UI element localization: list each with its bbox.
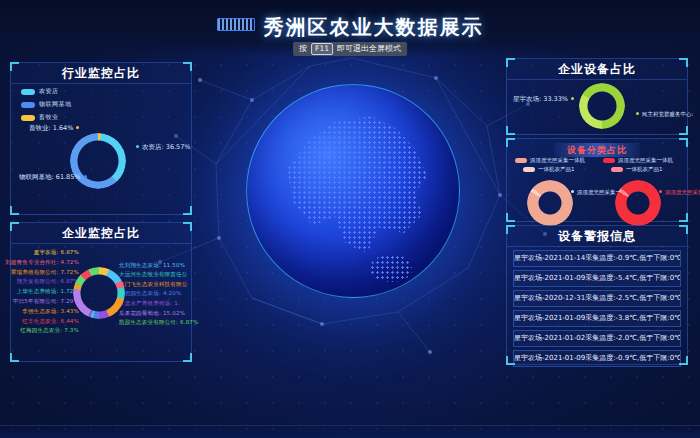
- callout-text: 温湿度光照采集一: [577, 189, 621, 195]
- legend-item[interactable]: 一体机农产品1: [523, 166, 575, 173]
- chart-label: 家瑞养殖有限公司: 7.72%: [11, 269, 79, 276]
- chart-label: 中日5年有限公司: 7.29%: [13, 298, 79, 305]
- alarm-row: 星宇农场-2021-01-02采集温度:-2.0℃,低于下限:0℃: [513, 330, 681, 347]
- donut-callout: 星宇农场: 33.33%: [513, 95, 577, 104]
- legend-label: 一体机农产品1: [538, 166, 575, 173]
- legend-swatch: [523, 167, 535, 172]
- legend-item[interactable]: 一体机农产品1: [611, 166, 663, 173]
- chart-label: 凯甜生态农业有限公司: 6.87%: [119, 319, 198, 326]
- header-bar: 秀洲区农业大数据展示 按 F11 即可退出全屏模式: [0, 0, 700, 56]
- equipment-panel-title: 企业设备占比: [507, 59, 687, 80]
- donut-callout: 温湿度光照采集一: [571, 189, 621, 196]
- alarm-row: 星宇农场-2021-01-14采集温度:-0.9℃,低于下限:0℃: [513, 250, 681, 267]
- enterprise-labels-right: 北刘翔生态农场: 11.50%大运河生态牧业有限责任公陆门飞生态农业科技有限公鸭…: [119, 223, 191, 361]
- alarm-row: 星宇农场-2020-12-31采集温度:-2.5℃,低于下限:0℃: [513, 290, 681, 307]
- legend-label: 农资店: [39, 87, 59, 96]
- alarm-row: 星宇农场-2021-01-09采集温度:-0.9℃,低于下限:0℃: [513, 350, 681, 367]
- device-classification-panel: 设备分类占比 温湿度光照采集一体机一体机农产品1温湿度光照采集一 温湿度光照采集…: [506, 138, 688, 222]
- chart-label: 上华生态养殖场: 1.72%: [17, 288, 79, 295]
- donut-callout: 民主村党群服务中心:: [633, 111, 693, 118]
- industry-panel-title: 行业监控占比: [11, 63, 191, 84]
- legend-swatch: [611, 167, 623, 172]
- donut-callout: 物联网基地: 61.85%: [19, 173, 90, 182]
- donut-callout: 温湿度光照采集一: [659, 189, 700, 196]
- footer-band: [0, 425, 700, 438]
- f11-keycap: F11: [311, 43, 333, 55]
- device-group-left: 温湿度光照采集一体机一体机农产品1温湿度光照采集一: [511, 153, 599, 221]
- device-donut-chart[interactable]: [615, 180, 661, 226]
- chart-label: 丰源水产养殖养殖场: 1.: [119, 300, 180, 307]
- title-area: 秀洲区农业大数据展示: [0, 14, 700, 41]
- alarm-list: 星宇农场-2021-01-14采集温度:-0.9℃,低于下限:0℃星宇农场-20…: [507, 250, 687, 367]
- legend-item[interactable]: 温湿度光照采集一体机: [515, 157, 585, 164]
- chart-label: 鸭思园生态农场: 4.20%: [119, 290, 181, 297]
- chart-label: 陆门飞生态农业科技有限公: [119, 281, 187, 288]
- device-group-right: 温湿度光照采集一体机一体机农产品1温湿度光照采集一: [599, 153, 687, 221]
- industry-legend: 农资店物联网基地畜牧业: [21, 87, 72, 126]
- callout-dot: [636, 112, 639, 115]
- equipment-donut-chart[interactable]: [579, 83, 625, 129]
- hint-prefix: 按: [299, 42, 307, 56]
- alarm-row: 星宇农场-2021-01-09采集温度:-3.8℃,低于下限:0℃: [513, 310, 681, 327]
- chart-label: 红梅园生态农业: 7.3%: [20, 327, 79, 334]
- donut-callout: 农资店: 36.57%: [133, 143, 191, 152]
- dashboard: 秀洲区农业大数据展示 按 F11 即可退出全屏模式 行业监控占比 农资店物联网基…: [0, 0, 700, 438]
- legend-label: 畜牧业: [39, 113, 59, 122]
- enterprise-donut-chart[interactable]: [73, 267, 125, 319]
- enterprise-labels-left: 星宇农场: 6.87%刘超青鱼专业合作社: 4.72%家瑞养殖有限公司: 7.7…: [13, 223, 79, 361]
- fullscreen-hint: 按 F11 即可退出全屏模式: [293, 42, 407, 56]
- equipment-ratio-panel: 企业设备占比 星宇农场: 33.33%民主村党群服务中心:: [506, 58, 688, 135]
- legend-swatch: [21, 89, 35, 95]
- alarm-panel-title: 设备警报信息: [507, 226, 687, 247]
- legend-item[interactable]: 畜牧业: [21, 113, 72, 122]
- callout-dot: [571, 190, 574, 193]
- chart-label: 大运河生态牧业有限责任公: [119, 271, 187, 278]
- callout-text: 畜牧业: 1.64%: [29, 124, 73, 132]
- callout-dot: [76, 126, 79, 129]
- legend-swatch: [21, 115, 35, 121]
- chart-label: 刘超青鱼专业合作社: 4.72%: [5, 259, 79, 266]
- logo-badge: [217, 18, 255, 31]
- legend-item[interactable]: 物联网基地: [21, 100, 72, 109]
- callout-dot: [571, 97, 574, 100]
- page-title: 秀洲区农业大数据展示: [264, 14, 484, 41]
- chart-label: 星宇农场: 6.87%: [34, 249, 79, 256]
- globe-visualization[interactable]: [246, 84, 460, 298]
- callout-dot: [659, 190, 662, 193]
- hint-suffix: 即可退出全屏模式: [337, 42, 401, 56]
- chart-label: 瓜果花园葡萄地: 15.02%: [119, 310, 185, 317]
- legend-label: 一体机农产品1: [626, 166, 663, 173]
- chart-label: 翔升发有限公司: 6.87%: [17, 278, 79, 285]
- callout-text: 星宇农场: 33.33%: [513, 95, 568, 103]
- legend-item[interactable]: 温湿度光照采集一体机: [603, 157, 673, 164]
- callout-dot: [136, 145, 139, 148]
- callout-text: 民主村党群服务中心:: [642, 111, 693, 117]
- alarm-info-panel: 设备警报信息 星宇农场-2021-01-14采集温度:-0.9℃,低于下限:0℃…: [506, 225, 688, 365]
- legend-swatch: [603, 158, 615, 163]
- chart-label: 红丰生态农业: 6.44%: [22, 318, 79, 325]
- donut-callout: 畜牧业: 1.64%: [29, 124, 82, 133]
- globe-continent-small: [370, 255, 412, 283]
- legend-label: 物联网基地: [39, 100, 72, 109]
- callout-text: 温湿度光照采集一: [665, 189, 700, 195]
- legend-item[interactable]: 农资店: [21, 87, 72, 96]
- legend-swatch: [21, 102, 35, 108]
- enterprise-monitor-panel: 企业监控占比 星宇农场: 6.87%刘超青鱼专业合作社: 4.72%家瑞养殖有限…: [10, 222, 192, 362]
- legend-label: 温湿度光照采集一体机: [618, 157, 673, 164]
- chart-label: 李强生态农场: 3.43%: [22, 308, 79, 315]
- legend-label: 温湿度光照采集一体机: [530, 157, 585, 164]
- callout-dot: [84, 175, 87, 178]
- callout-text: 农资店: 36.57%: [142, 143, 191, 151]
- chart-label: 北刘翔生态农场: 11.50%: [119, 262, 185, 269]
- alarm-row: 星宇农场-2021-01-09采集温度:-5.4℃,低于下限:0℃: [513, 270, 681, 287]
- globe-continents: [262, 100, 444, 282]
- callout-text: 物联网基地: 61.85%: [19, 173, 81, 181]
- device-donut-chart[interactable]: [527, 180, 573, 226]
- legend-swatch: [515, 158, 527, 163]
- industry-monitor-panel: 行业监控占比 农资店物联网基地畜牧业 畜牧业: 1.64%农资店: 36.57%…: [10, 62, 192, 215]
